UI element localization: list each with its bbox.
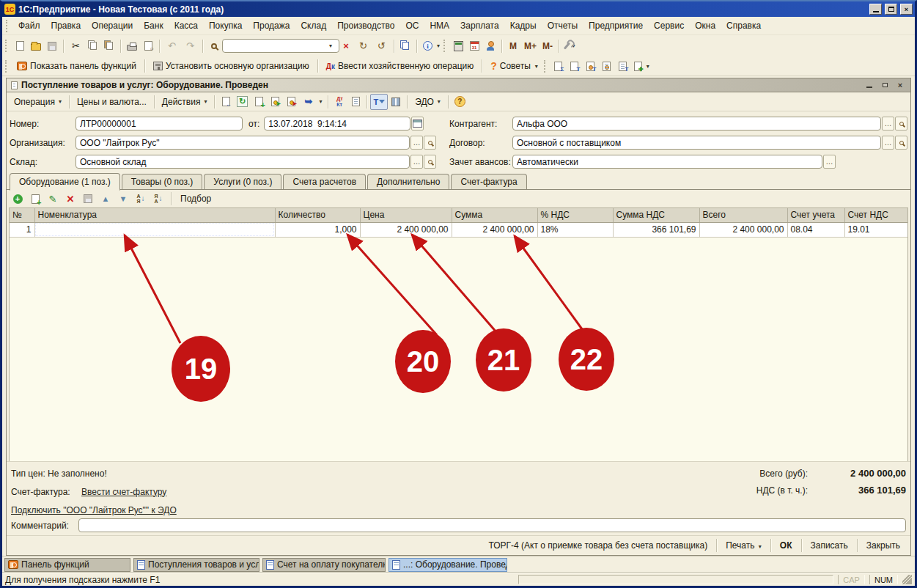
col-header-amount[interactable]: Сумма — [452, 208, 537, 222]
organization-field[interactable] — [76, 136, 410, 150]
receipt-payment-button[interactable]: ➤ — [267, 94, 283, 110]
cell-amount[interactable]: 2 400 000,00 — [452, 222, 537, 237]
write-button[interactable]: Записать — [805, 538, 854, 553]
print-button[interactable] — [124, 38, 140, 54]
col-header-quantity[interactable]: Количество — [275, 208, 360, 222]
expense-payment-button[interactable]: ➤ — [283, 94, 299, 110]
cell-vat-account[interactable]: 19.01 — [844, 222, 908, 237]
menu-warehouse[interactable]: Склад — [295, 18, 331, 33]
connect-edo-link[interactable]: Подключить "ООО "Лайтрок Рус"" к ЭДО — [11, 505, 177, 515]
sort-descending-button[interactable]: ЯА↓ — [150, 191, 166, 207]
menu-intangibles[interactable]: НМА — [424, 18, 454, 33]
menu-file[interactable]: Файл — [13, 18, 45, 33]
tools-button[interactable]: ▾ — [562, 38, 578, 54]
find-previous-button[interactable]: ↺ — [372, 38, 391, 54]
maximize-button[interactable] — [885, 4, 897, 15]
search-input[interactable] — [222, 39, 339, 53]
comment-field[interactable] — [78, 518, 906, 532]
find-next-button[interactable]: ↻ — [354, 38, 372, 54]
move-document-button[interactable]: ✚▾ — [631, 58, 652, 74]
tab-settlement-accounts[interactable]: Счета расчетов — [283, 174, 366, 190]
move-up-button[interactable]: ▲ — [97, 191, 114, 207]
calendar-button[interactable]: 31 — [466, 38, 482, 54]
table-report-button[interactable]: Т — [567, 58, 583, 74]
undo-button[interactable]: ↶ — [163, 38, 181, 54]
copy-row-button[interactable]: + — [27, 191, 43, 207]
drag-handle[interactable] — [6, 20, 9, 32]
memory-add-button[interactable]: M+ — [521, 38, 539, 54]
memory-recall-button[interactable]: M — [505, 38, 521, 54]
totals-report-button[interactable]: Σ — [550, 58, 567, 74]
menu-cash[interactable]: Касса — [169, 18, 203, 33]
user-settings-button[interactable] — [482, 38, 498, 54]
cell-nomenclature[interactable]: Сервер HPE Proliant DL580 Gen10 869847-B… — [34, 222, 275, 237]
col-header-rownum[interactable]: № — [10, 208, 34, 222]
actions-menu-button[interactable]: Действия▾ — [158, 95, 212, 109]
enter-invoice-link[interactable]: Ввести счет-фактуру — [81, 487, 166, 497]
show-postings-button[interactable]: ДтКт — [331, 94, 347, 110]
drag-handle[interactable] — [544, 60, 547, 73]
close-button[interactable]: × — [900, 4, 913, 15]
cell-quantity[interactable]: 1,000 — [275, 222, 360, 237]
warehouse-open-button[interactable] — [424, 155, 436, 169]
menu-sales[interactable]: Продажа — [248, 18, 295, 33]
ok-button[interactable]: ОК — [774, 538, 798, 553]
operation-menu-button[interactable]: Операция▾ — [10, 95, 66, 109]
delete-row-button[interactable]: ✕ — [62, 191, 78, 207]
warehouse-select-button[interactable]: … — [410, 155, 423, 169]
move-down-button[interactable]: ▼ — [115, 191, 131, 207]
date-picker-button[interactable] — [411, 117, 424, 131]
counterparty-select-button[interactable]: … — [882, 117, 894, 131]
post-document-button[interactable]: ➥▾ — [299, 94, 325, 110]
windows-list-button[interactable] — [397, 38, 413, 54]
refresh-button[interactable]: ↻ — [234, 94, 251, 110]
counterparty-list-button[interactable] — [599, 58, 615, 74]
organization-select-button[interactable]: … — [410, 136, 423, 150]
pick-button[interactable]: Подбор — [176, 192, 216, 205]
menu-edit[interactable]: Правка — [46, 18, 86, 33]
cell-vat-percent[interactable]: 18% — [537, 222, 613, 237]
clear-search-button[interactable]: × — [338, 38, 354, 54]
menu-fixed-assets[interactable]: ОС — [400, 18, 424, 33]
column-settings-button[interactable] — [388, 94, 404, 110]
info-button[interactable]: i▾ — [420, 38, 443, 54]
close-document-button[interactable]: Закрыть — [861, 538, 906, 553]
show-totals-button[interactable]: Т — [370, 94, 388, 110]
col-header-nomenclature[interactable]: Номенклатура — [34, 208, 275, 222]
counterparty-field[interactable] — [512, 117, 881, 131]
menu-enterprise[interactable]: Предприятие — [583, 18, 648, 33]
col-header-price[interactable]: Цена — [360, 208, 452, 222]
taskbar-tab-equipment-posted[interactable]: ...: Оборудование. Проведен — [388, 558, 507, 572]
organization-open-button[interactable] — [424, 136, 436, 150]
resize-grip[interactable] — [902, 575, 912, 584]
doc-restore-button[interactable] — [879, 80, 891, 90]
search-dropdown-button[interactable]: ▾ — [325, 38, 335, 54]
tab-goods[interactable]: Товары (0 поз.) — [122, 174, 203, 190]
advance-offset-field[interactable] — [512, 155, 822, 169]
cell-rownum[interactable]: 1 — [10, 222, 34, 237]
menu-bank[interactable]: Банк — [139, 18, 168, 33]
menu-production[interactable]: Производство — [332, 18, 399, 33]
menu-purchase[interactable]: Покупка — [204, 18, 247, 33]
col-header-vat-account[interactable]: Счет НДС — [844, 208, 908, 222]
document-structure-button[interactable] — [347, 94, 364, 110]
enter-operation-button[interactable]: Дк Ввести хозяйственную операцию — [321, 58, 479, 74]
cell-price[interactable]: 2 400 000,00 — [360, 222, 452, 237]
copy-button[interactable] — [85, 38, 101, 54]
col-header-total[interactable]: Всего — [699, 208, 787, 222]
edit-row-button[interactable]: ✎ — [45, 191, 61, 207]
tab-additional[interactable]: Дополнительно — [367, 174, 449, 190]
minimize-button[interactable] — [869, 4, 882, 15]
menu-windows[interactable]: Окна — [690, 18, 721, 33]
memory-subtract-button[interactable]: M- — [539, 38, 556, 54]
drag-handle[interactable] — [443, 40, 446, 52]
doc-minimize-button[interactable] — [863, 80, 875, 90]
advance-offset-select-button[interactable]: … — [823, 155, 836, 169]
cell-account[interactable]: 08.04 — [787, 222, 844, 237]
search-button[interactable] — [206, 38, 222, 54]
tab-invoice[interactable]: Счет-фактура — [451, 174, 526, 190]
tab-equipment[interactable]: Оборудование (1 поз.) — [10, 173, 120, 191]
print-preview-button[interactable]: ○ — [140, 38, 156, 54]
tab-services[interactable]: Услуги (0 поз.) — [204, 174, 281, 190]
contract-field[interactable] — [512, 136, 881, 150]
